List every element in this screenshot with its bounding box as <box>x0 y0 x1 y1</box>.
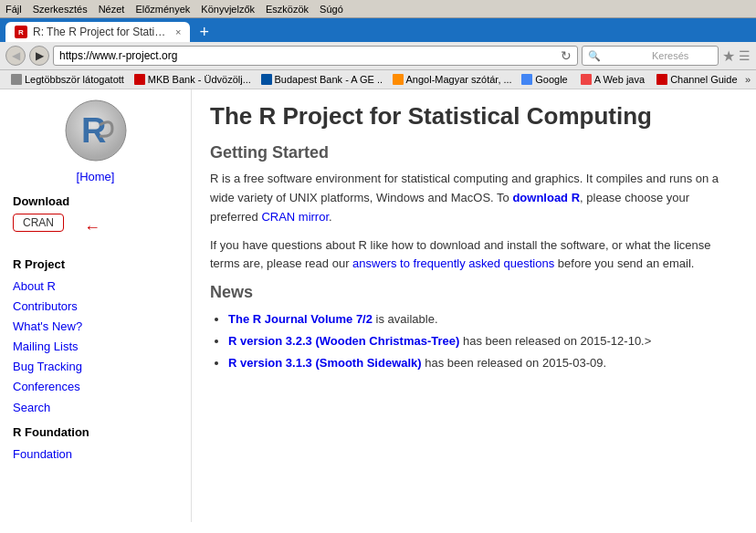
forward-button[interactable]: ▶ <box>29 46 49 66</box>
bug-tracking-link[interactable]: Bug Tracking <box>13 357 178 377</box>
address-text: https://www.r-project.org <box>59 49 557 62</box>
tab-favicon: R <box>15 26 27 38</box>
bookmark-icon-channel <box>656 74 667 85</box>
bookmark-icon-webjava <box>581 74 592 85</box>
news-text-1: has been released on 2015-12-10.> <box>459 334 651 348</box>
bookmark-google[interactable]: Google <box>516 72 571 87</box>
tab-bar: R R: The R Project for Statistica... × + <box>5 22 751 42</box>
cran-button[interactable]: CRAN <box>13 214 64 232</box>
bookmark-label-bp: Budapest Bank - A GE ... <box>275 74 383 85</box>
tab-title: R: The R Project for Statistica... <box>33 26 170 38</box>
active-tab[interactable]: R R: The R Project for Statistica... × <box>5 22 190 42</box>
download-title: Download <box>13 194 178 208</box>
news-text-2: has been released on 2015-03-09. <box>422 356 606 370</box>
para2-text-after: before you send an email. <box>554 256 694 270</box>
conferences-link[interactable]: Conferences <box>13 377 178 397</box>
faq-link[interactable]: answers to frequently asked questions <box>352 256 554 270</box>
svg-text:R: R <box>81 111 106 150</box>
menu-konyvjelzo[interactable]: Könyvjelzők <box>201 4 255 15</box>
menu-sugo[interactable]: Súgó <box>320 4 343 15</box>
menu-szerkesztes[interactable]: Szerkesztés <box>33 4 88 15</box>
getting-started-heading: Getting Started <box>210 143 738 162</box>
news-item-1: R version 3.2.3 (Wooden Christmas-Tree) … <box>228 331 738 351</box>
foundation-link[interactable]: Foundation <box>13 444 178 465</box>
news-item-2: R version 3.1.3 (Smooth Sidewalk) has be… <box>228 353 738 373</box>
new-tab-button[interactable]: + <box>192 22 216 42</box>
contributors-link[interactable]: Contributors <box>13 297 178 317</box>
bookmark-label-mkb: MKB Bank - Üdvözölj... <box>148 74 251 85</box>
bookmark-label-legtobb: Legtöbbször látogatott <box>25 74 124 85</box>
menu-elozmeny[interactable]: Előzmények <box>135 4 190 15</box>
whats-new-link[interactable]: What's New? <box>13 317 178 337</box>
navigation-bar: ◀ ▶ https://www.r-project.org ↻ 🔍 Keresé… <box>0 42 756 70</box>
back-button[interactable]: ◀ <box>5 46 26 66</box>
getting-started-section: Getting Started R is a free software env… <box>210 143 738 274</box>
bookmarks-overflow-button[interactable]: » <box>745 74 751 85</box>
forward-icon: ▶ <box>36 49 44 62</box>
bookmark-label-channel: Channel Guide <box>670 74 737 85</box>
page-title: The R Project for Statistical Computing <box>210 102 738 131</box>
menu-nezet[interactable]: Nézet <box>99 4 125 15</box>
news-link-2[interactable]: R version 3.1.3 (Smooth Sidewalk) <box>228 356 422 370</box>
back-icon: ◀ <box>12 49 20 62</box>
bookmark-icon-bp <box>261 74 272 85</box>
menu-eszkozok[interactable]: Eszközök <box>266 4 309 15</box>
download-r-link[interactable]: download R <box>512 191 580 204</box>
search-icon: 🔍 <box>588 50 648 62</box>
browser-chrome: R R: The R Project for Statistica... × + <box>0 18 756 42</box>
sidebar-home: [Home] <box>13 170 178 183</box>
address-bar[interactable]: https://www.r-project.org ↻ <box>53 46 578 66</box>
r-foundation-title: R Foundation <box>13 425 178 439</box>
bookmark-icon-angol <box>393 74 404 85</box>
news-section: News The R Journal Volume 7/2 is availab… <box>210 283 738 373</box>
home-link[interactable]: [Home] <box>77 170 115 183</box>
news-heading: News <box>210 283 738 302</box>
para1-text-end: . <box>329 210 332 224</box>
bookmark-label-webjava: A Web java <box>594 74 645 85</box>
bookmark-mkb[interactable]: MKB Bank - Üdvözölj... <box>129 72 252 87</box>
main-content: The R Project for Statistical Computing … <box>192 89 756 522</box>
search-link[interactable]: Search <box>13 398 178 418</box>
r-logo-container: R <box>64 99 128 162</box>
news-link-0[interactable]: The R Journal Volume 7/2 <box>228 312 373 326</box>
page-content: R [Home] Download CRAN ← R Project About… <box>0 89 756 522</box>
bookmark-icon-legtobb <box>11 74 22 85</box>
news-text-0: is available. <box>373 312 438 326</box>
r-project-title: R Project <box>13 257 178 271</box>
bookmark-webjava[interactable]: A Web java <box>575 72 648 87</box>
browser-menu-button[interactable]: ☰ <box>739 48 751 63</box>
getting-started-para2: If you have questions about R like how t… <box>210 236 738 275</box>
news-link-1[interactable]: R version 3.2.3 (Wooden Christmas-Tree) <box>228 334 459 348</box>
bookmark-icon-mkb <box>134 74 145 85</box>
news-item-0: The R Journal Volume 7/2 is available. <box>228 309 738 329</box>
bookmark-bp[interactable]: Budapest Bank - A GE ... <box>256 72 383 87</box>
bookmark-channel[interactable]: Channel Guide <box>651 72 740 87</box>
bookmark-angol[interactable]: Angol-Magyar szótár, ... <box>387 72 513 87</box>
cran-mirror-link[interactable]: CRAN mirror <box>261 210 329 224</box>
refresh-button[interactable]: ↻ <box>561 48 572 63</box>
getting-started-para1: R is a free software environment for sta… <box>210 170 738 226</box>
mailing-lists-link[interactable]: Mailing Lists <box>13 337 178 357</box>
browser-search-bar[interactable]: 🔍 Keresés <box>582 46 719 66</box>
cran-arrow: ← <box>84 218 100 237</box>
bookmark-star-button[interactable]: ★ <box>722 47 735 65</box>
menu-fajl[interactable]: Fájl <box>5 4 22 15</box>
bookmark-legtobb[interactable]: Legtöbbször látogatott <box>5 72 125 87</box>
sidebar: R [Home] Download CRAN ← R Project About… <box>0 89 192 522</box>
r-foundation-section: R Foundation Foundation <box>13 425 178 465</box>
bookmark-label-google: Google <box>535 74 567 85</box>
bookmarks-bar: Legtöbbször látogatott MKB Bank - Üdvözö… <box>0 70 756 89</box>
r-logo-image: R <box>65 99 127 162</box>
bookmark-label-angol: Angol-Magyar szótár, ... <box>406 74 512 85</box>
download-section: Download CRAN ← <box>13 194 178 250</box>
bookmark-icon-google <box>521 74 532 85</box>
r-project-section: R Project About R Contributors What's Ne… <box>13 257 178 418</box>
about-r-link[interactable]: About R <box>13 277 178 297</box>
os-menubar: Fájl Szerkesztés Nézet Előzmények Könyvj… <box>0 0 756 18</box>
news-list: The R Journal Volume 7/2 is available. R… <box>210 309 738 373</box>
search-placeholder: Keresés <box>652 50 712 61</box>
cran-label: CRAN <box>23 216 54 229</box>
tab-close-button[interactable]: × <box>175 26 181 37</box>
